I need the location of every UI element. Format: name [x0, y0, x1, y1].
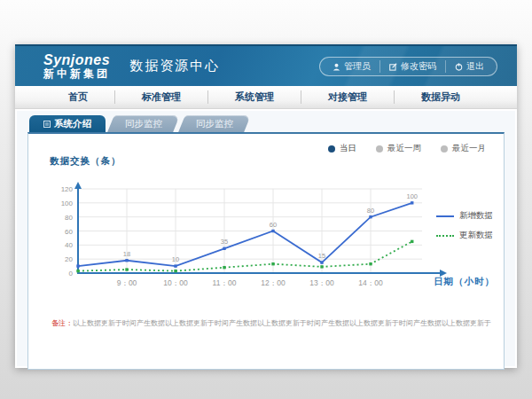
svg-text:10：00: 10：00 [163, 278, 188, 287]
line-chart: 0204060801001209：0010：0011：0012：0013：001… [43, 166, 468, 299]
main-nav: 首页 标准管理 系统管理 对接管理 数据异动 [15, 86, 517, 109]
svg-text:80: 80 [367, 207, 374, 215]
tab-bar: 系统介绍 同步监控 同步监控 [29, 115, 505, 132]
x-axis-title: 日期（小时） [434, 276, 495, 288]
chart-legend: 新增数据 更新数据 [436, 210, 493, 241]
dotted-line-swatch [436, 235, 454, 237]
svg-text:0: 0 [69, 270, 74, 278]
radio-dot [376, 145, 383, 153]
filter-label: 当日 [340, 143, 356, 154]
svg-text:100: 100 [406, 192, 418, 200]
svg-text:80: 80 [65, 214, 73, 222]
legend-label: 更新数据 [459, 230, 493, 241]
power-icon [455, 63, 463, 71]
svg-text:60: 60 [65, 228, 73, 236]
time-range-filter: 当日 最近一周 最近一月 [328, 143, 486, 154]
app-window: Synjones 新中新集团 数据资源中心 管理员 修改密码 退出 [15, 44, 517, 368]
chart-panel: 当日 最近一周 最近一月 数据交换（条） 0204060801001209：00… [27, 132, 505, 370]
logo-text-en: Synjones [43, 53, 110, 68]
solid-line-swatch [436, 215, 454, 217]
filter-label: 最近一周 [387, 143, 421, 154]
change-password-button[interactable]: 修改密码 [379, 60, 445, 73]
filter-today[interactable]: 当日 [328, 143, 356, 154]
tab-label: 同步监控 [125, 118, 162, 130]
svg-text:15: 15 [318, 252, 325, 260]
tab-sync-monitor-1[interactable]: 同步监控 [111, 115, 176, 132]
svg-text:20: 20 [65, 255, 73, 263]
filter-last-month[interactable]: 最近一月 [441, 143, 486, 154]
user-icon [332, 63, 340, 71]
legend-new-data: 新增数据 [436, 210, 493, 222]
legend-updated-data: 更新数据 [436, 230, 493, 241]
admin-user-label: 管理员 [344, 60, 371, 73]
footnote-text: 以上数据更新于时间产生数据以上数据更新于时间产生数据以上数据更新于时间产生数据以… [73, 319, 491, 327]
page-title: 数据资源中心 [129, 58, 220, 74]
admin-user-button[interactable]: 管理员 [324, 60, 379, 73]
svg-text:35: 35 [221, 238, 228, 246]
tab-label: 系统介绍 [54, 118, 91, 130]
svg-text:12：00: 12：00 [261, 278, 286, 287]
content-area: 系统介绍 同步监控 同步监控 当日 最近一周 [17, 111, 515, 366]
legend-label: 新增数据 [459, 210, 493, 222]
logout-button[interactable]: 退出 [445, 60, 493, 73]
svg-text:9：00: 9：00 [117, 278, 137, 287]
logout-label: 退出 [466, 60, 484, 73]
svg-text:14：00: 14：00 [358, 278, 383, 287]
svg-text:13：00: 13：00 [309, 278, 334, 287]
footnote-tag: 备注： [51, 319, 73, 327]
radio-dot [441, 145, 448, 153]
change-password-label: 修改密码 [401, 60, 436, 73]
filter-label: 最近一月 [452, 143, 486, 154]
footnote: 备注：以上数据更新于时间产生数据以上数据更新于时间产生数据以上数据更新于时间产生… [51, 318, 491, 328]
logo-text-cn: 新中新集团 [43, 68, 110, 80]
nav-item-standard-mgmt[interactable]: 标准管理 [114, 90, 207, 104]
tab-system-intro[interactable]: 系统介绍 [29, 115, 106, 132]
radio-dot [328, 145, 335, 153]
document-icon [43, 119, 51, 129]
svg-text:18: 18 [123, 250, 130, 258]
nav-item-interface-mgmt[interactable]: 对接管理 [301, 90, 394, 104]
svg-text:40: 40 [65, 241, 73, 249]
nav-item-data-change[interactable]: 数据异动 [394, 90, 487, 104]
user-menu: 管理员 修改密码 退出 [319, 57, 497, 76]
company-logo: Synjones 新中新集团 [43, 53, 110, 79]
tab-sync-monitor-2[interactable]: 同步监控 [182, 115, 247, 132]
edit-icon [389, 63, 397, 71]
svg-text:120: 120 [61, 185, 74, 193]
nav-item-system-mgmt[interactable]: 系统管理 [207, 90, 301, 104]
nav-item-home[interactable]: 首页 [42, 90, 114, 104]
svg-text:60: 60 [270, 221, 277, 229]
svg-text:10: 10 [172, 255, 179, 263]
svg-text:100: 100 [61, 200, 74, 207]
tab-label: 同步监控 [196, 118, 233, 130]
filter-last-week[interactable]: 最近一周 [376, 143, 421, 154]
svg-text:11：00: 11：00 [213, 278, 237, 287]
header: Synjones 新中新集团 数据资源中心 管理员 修改密码 退出 [15, 44, 517, 86]
